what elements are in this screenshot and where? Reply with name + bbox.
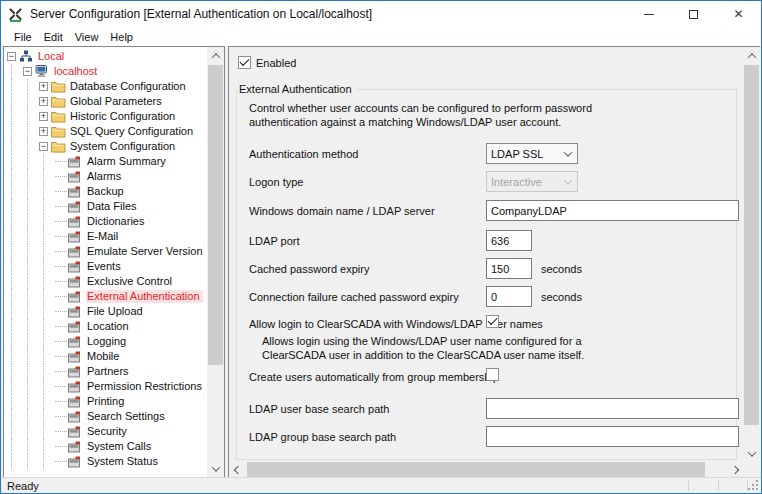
auth-method-value: LDAP SSL [491,148,565,160]
tree-vertical-scrollbar[interactable] [207,47,224,477]
expand-icon[interactable]: + [39,82,48,91]
cached-expiry-input[interactable] [486,258,532,279]
tree-indent-guide [11,139,27,154]
tree-item-data-files[interactable]: Data Files [4,199,207,214]
tree-item-permission-restrictions[interactable]: Permission Restrictions [4,379,207,394]
tree-item-mobile[interactable]: Mobile [4,349,207,364]
config-icon [68,320,83,333]
config-icon [68,170,83,183]
tree-item-external-authentication[interactable]: External Authentication [4,289,207,304]
enabled-row[interactable]: Enabled [238,56,296,69]
tree-item-localhost[interactable]: −localhost [4,64,207,79]
collapse-icon[interactable]: − [39,142,48,151]
scroll-right-icon[interactable] [726,461,743,478]
folder-icon [51,140,66,153]
tree-item-database-configuration[interactable]: +Database Configuration [4,79,207,94]
config-icon [68,455,83,468]
tree-item-system-status[interactable]: System Status [4,454,207,469]
expand-icon[interactable]: + [39,112,48,121]
tree-item-security[interactable]: Security [4,424,207,439]
logon-type-label: Logon type [249,176,303,188]
settings-hscroll-thumb[interactable] [247,462,705,477]
tree-item-label: Permission Restrictions [86,380,205,393]
tree-indent-guide [27,319,43,334]
tree-item-e-mail[interactable]: E-Mail [4,229,207,244]
tree-item-dictionaries[interactable]: Dictionaries [4,214,207,229]
tree-item-historic-configuration[interactable]: +Historic Configuration [4,109,207,124]
scroll-up-icon[interactable] [207,47,224,64]
auth-method-select[interactable]: LDAP SSL [486,143,578,164]
tree-item-exclusive-control[interactable]: Exclusive Control [4,274,207,289]
conn-failure-expiry-input[interactable] [486,286,532,307]
tree-item-alarms[interactable]: Alarms [4,169,207,184]
maximize-icon[interactable] [671,1,716,27]
group-base-input[interactable] [486,426,739,447]
tree-item-global-parameters[interactable]: +Global Parameters [4,94,207,109]
tree-indent-guide [27,334,43,349]
status-bar: Ready [1,477,761,493]
minimize-icon[interactable] [626,1,671,27]
allow-login-checkbox[interactable] [486,315,499,328]
tree-item-partners[interactable]: Partners [4,364,207,379]
tree-item-system-configuration[interactable]: −System Configuration [4,139,207,154]
tree-connector [55,461,67,462]
menu-edit[interactable]: Edit [38,29,69,45]
close-icon[interactable]: ✕ [716,1,761,27]
scroll-down-icon[interactable] [743,445,760,462]
tree-indent-guide [11,289,27,304]
tree-item-emulate-server-version[interactable]: Emulate Server Version [4,244,207,259]
settings-horizontal-scrollbar[interactable] [229,461,743,478]
network-icon [19,50,34,63]
folder-icon [51,125,66,138]
expand-icon[interactable]: + [39,127,48,136]
cached-expiry-label: Cached password expiry [249,263,369,275]
config-icon [68,440,83,453]
config-icon [68,365,83,378]
scroll-up-icon[interactable] [743,47,760,64]
tree-item-alarm-summary[interactable]: Alarm Summary [4,154,207,169]
tree-indent-guide [11,274,27,289]
window-controls: ✕ [626,1,761,27]
menu-view[interactable]: View [69,29,105,45]
collapse-icon[interactable]: − [7,52,16,61]
tree-indent-guide [27,394,43,409]
domain-input[interactable] [486,200,739,221]
tree-item-logging[interactable]: Logging [4,334,207,349]
main-area: −Local−localhost+Database Configuration+… [1,46,761,477]
tree-item-search-settings[interactable]: Search Settings [4,409,207,424]
tree-item-backup[interactable]: Backup [4,184,207,199]
tree-indent-guide [27,274,43,289]
tree-item-label: Alarms [86,170,124,183]
expand-icon[interactable]: + [39,97,48,106]
tree-indent-guide [27,169,43,184]
settings-vscroll-thumb[interactable] [744,65,759,425]
enabled-label: Enabled [256,57,296,69]
create-users-checkbox[interactable] [486,368,499,381]
tree-item-printing[interactable]: Printing [4,394,207,409]
tree-item-system-calls[interactable]: System Calls [4,439,207,454]
ldap-port-input[interactable] [486,230,532,251]
tree-indent-guide [11,184,27,199]
settings-vertical-scrollbar[interactable] [743,47,760,462]
collapse-icon[interactable]: − [23,67,32,76]
tree-indent-guide [27,364,43,379]
tree-indent-guide [11,229,27,244]
menu-help[interactable]: Help [104,29,139,45]
tree-item-events[interactable]: Events [4,259,207,274]
tree-indent-guide [27,349,43,364]
scroll-left-icon[interactable] [229,461,246,478]
menu-file[interactable]: File [8,29,38,45]
tree-scroll-thumb[interactable] [208,65,223,365]
config-icon [68,230,83,243]
scroll-down-icon[interactable] [207,460,224,477]
user-base-input[interactable] [486,398,739,419]
tree-item-sql-query-configuration[interactable]: +SQL Query Configuration [4,124,207,139]
tree-indent-guide [11,124,27,139]
tree-item-location[interactable]: Location [4,319,207,334]
tree-item-local[interactable]: −Local [4,49,207,64]
tree-item-label: Location [86,320,132,333]
tree-item-file-upload[interactable]: File Upload [4,304,207,319]
resize-grip-icon[interactable] [748,480,758,490]
tree-item-label: Logging [86,335,129,348]
enabled-checkbox[interactable] [238,56,251,69]
